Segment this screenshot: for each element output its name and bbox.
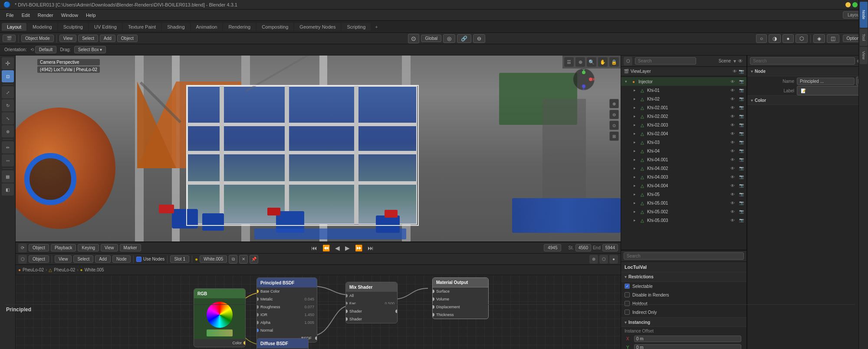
eye-khi03[interactable]: 👁: [729, 139, 736, 146]
timeline-object-btn[interactable]: Object: [29, 244, 49, 251]
node-out-surface-dot[interactable]: [432, 290, 434, 293]
render-khi04-004[interactable]: 📷: [738, 182, 745, 189]
timeline-type-btn[interactable]: ⟳: [18, 244, 27, 252]
node-out-volume-dot[interactable]: [432, 297, 434, 301]
maximize-button[interactable]: [852, 2, 858, 7]
sidebar-scale-tool[interactable]: ⤡: [2, 112, 14, 124]
playback-play-reverse[interactable]: ◀: [333, 244, 342, 252]
eye-khi04-001[interactable]: 👁: [729, 156, 736, 163]
expand-khi05-001[interactable]: ▸: [631, 200, 638, 206]
filter-btn[interactable]: ▾: [733, 57, 737, 65]
view-layer-eye[interactable]: 👁: [733, 69, 737, 74]
outliner-search-input[interactable]: [635, 57, 696, 65]
node-diffuse-bsdf[interactable]: Diffuse BSDF Color Normal BSDF: [256, 338, 309, 349]
viewport-right-icon-3[interactable]: ⊙: [609, 121, 619, 130]
render-khi02-002[interactable]: 📷: [738, 113, 745, 120]
tab-scripting[interactable]: Scripting: [342, 23, 371, 31]
node-tool-3[interactable]: ●: [609, 255, 618, 264]
eye-khi05-003[interactable]: 👁: [729, 217, 736, 224]
expand-khi04[interactable]: ▸: [631, 148, 638, 154]
menu-help[interactable]: Help: [82, 12, 99, 19]
node-object-btn[interactable]: Object: [29, 255, 49, 263]
eye-khi04-003[interactable]: 👁: [729, 173, 736, 180]
editor-type-button[interactable]: 🎬: [3, 35, 16, 42]
side-tab-node[interactable]: Node: [860, 2, 868, 28]
menu-window[interactable]: Window: [58, 12, 82, 19]
add-menu[interactable]: Add: [100, 35, 115, 42]
tree-render-injector[interactable]: 📷: [738, 78, 745, 85]
render-khi02[interactable]: 📷: [738, 95, 745, 102]
sidebar-extra-tool-1[interactable]: ▦: [2, 170, 14, 183]
tree-item-khi04-002[interactable]: ▸ △ Khi-04.002 👁 📷: [621, 164, 746, 173]
material-name-display[interactable]: White.005: [200, 255, 227, 263]
expand-khi01[interactable]: ▸: [631, 87, 638, 93]
viewport-right-icon-2[interactable]: ⊖: [609, 110, 619, 119]
render-khi04-003[interactable]: 📷: [738, 173, 745, 180]
instancing-header[interactable]: ▾ Instancing: [621, 317, 746, 327]
center-frame-btn[interactable]: ⊙: [408, 34, 419, 43]
pivot-btn[interactable]: ◎: [443, 34, 455, 43]
viewport-icon-4[interactable]: ✋: [598, 57, 608, 67]
node-props-search[interactable]: Search: [750, 57, 855, 65]
render-khi05-002[interactable]: 📷: [738, 208, 745, 215]
offset-y-input[interactable]: 0 m: [634, 344, 741, 349]
eye-khi04-004[interactable]: 👁: [729, 182, 736, 189]
eye-khi05-002[interactable]: 👁: [729, 208, 736, 215]
side-tab-tool[interactable]: Tool: [860, 29, 868, 46]
expand-khi05-003[interactable]: ▸: [631, 217, 638, 223]
breadcrumb-item-2[interactable]: PheuLo-02: [54, 267, 75, 272]
node-p-metalic-dot[interactable]: [256, 297, 259, 301]
node-view-btn[interactable]: View: [55, 255, 72, 263]
tree-item-khi04-003[interactable]: ▸ △ Khi-04.003 👁 📷: [621, 173, 746, 181]
select-menu[interactable]: Select: [78, 35, 98, 42]
expand-khi03[interactable]: ▸: [631, 139, 638, 145]
node-p-base-dot[interactable]: [256, 290, 259, 293]
eye-icon[interactable]: 👁: [737, 57, 744, 65]
viewport-shading-2[interactable]: ◑: [769, 34, 781, 43]
tree-item-khi04-001[interactable]: ▸ △ Khi-04.001 👁 📷: [621, 155, 746, 164]
eye-khi05-001[interactable]: 👁: [729, 199, 736, 206]
menu-file[interactable]: File: [3, 12, 17, 19]
minimize-button[interactable]: [845, 2, 851, 7]
tree-expand-injector[interactable]: ▾: [623, 78, 629, 85]
sidebar-select-tool[interactable]: ⊡: [2, 70, 14, 82]
sidebar-cursor-tool[interactable]: ✛: [2, 57, 14, 69]
selectable-checkbox[interactable]: ✓: [625, 284, 630, 289]
sidebar-transform-tool[interactable]: ⊕: [2, 125, 14, 137]
sidebar-rotate-tool[interactable]: ↻: [2, 99, 14, 111]
eye-khi02-004[interactable]: 👁: [729, 130, 736, 137]
expand-khi02-002[interactable]: ▸: [631, 113, 638, 119]
select-box-button[interactable]: Select Box ▾: [74, 46, 106, 53]
sidebar-measure-tool[interactable]: ⇿: [2, 154, 14, 166]
expand-khi05-002[interactable]: ▸: [631, 209, 638, 215]
expand-khi04-002[interactable]: ▸: [631, 165, 638, 171]
node-mix-shader2-dot[interactable]: [345, 317, 348, 321]
node-p-alpha-dot[interactable]: [256, 321, 259, 324]
tree-item-khi05-002[interactable]: ▸ △ Khi-05.002 👁 📷: [621, 207, 746, 216]
playback-play[interactable]: ▶: [343, 244, 352, 252]
playback-next-frame[interactable]: ⏩: [353, 244, 364, 252]
end-frame-input[interactable]: 5944: [602, 244, 618, 251]
timeline-view-btn[interactable]: View: [101, 244, 118, 251]
material-copy-btn[interactable]: ⧉: [229, 255, 237, 264]
expand-khi04-003[interactable]: ▸: [631, 174, 638, 180]
view-menu[interactable]: View: [59, 35, 77, 42]
viewport-icon-1[interactable]: ☰: [564, 57, 574, 67]
node-rgb[interactable]: RGB Color: [194, 288, 246, 347]
expand-khi02-004[interactable]: ▸: [631, 130, 638, 137]
viewport-icon-5[interactable]: 🔒: [609, 57, 619, 67]
tab-geometry-nodes[interactable]: Geometry Nodes: [294, 23, 341, 31]
current-frame-display[interactable]: 4945: [544, 244, 561, 251]
use-nodes-checkbox[interactable]: Use Nodes: [136, 257, 164, 262]
color-section-header[interactable]: ▾ Color ⋮: [747, 95, 868, 105]
material-unlink-btn[interactable]: ✕: [239, 255, 248, 264]
node-mix-shader[interactable]: Mix Shader All Fac 0.500 Shader: [345, 282, 398, 323]
restrictions-header[interactable]: ▾ Restrictions: [621, 272, 746, 282]
tree-item-khi05-003[interactable]: ▸ △ Khi-05.003 👁 📷: [621, 216, 746, 225]
node-node-btn[interactable]: Node: [112, 255, 131, 263]
sidebar-annotate-tool[interactable]: ✏: [2, 141, 14, 153]
tab-texture-paint[interactable]: Texture Paint: [123, 23, 161, 31]
tree-item-khi03[interactable]: ▸ △ Khi-03 👁 📷: [621, 138, 746, 147]
expand-khi02[interactable]: ▸: [631, 96, 638, 102]
node-tool-2[interactable]: ⬡: [599, 255, 608, 264]
